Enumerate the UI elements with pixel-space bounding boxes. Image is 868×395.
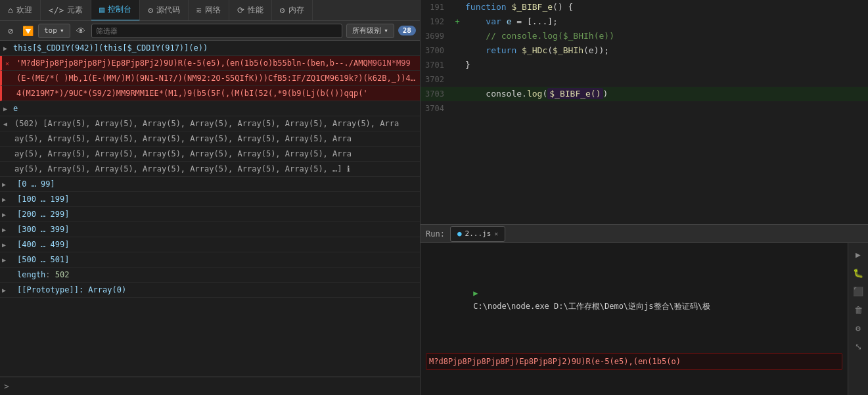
expand-arrow-1[interactable]: ▶ (3, 43, 7, 55)
context-selector[interactable]: top ▾ (38, 24, 70, 38)
welcome-icon: ⌂ (8, 5, 13, 15)
code-line-3703[interactable]: 3703 console.log($_BIBF_e()) (421, 87, 868, 101)
filter-toggle-button[interactable]: 🔽 (21, 24, 34, 37)
tree-key-400-499: [400 … 499] (17, 240, 69, 249)
tab-performance-label: 性能 (248, 5, 263, 16)
expand-prototype[interactable]: ▶ (2, 285, 6, 296)
performance-icon: ⟳ (237, 5, 244, 15)
console-array-line-4: ay(5), Array(5), Array(5), Array(5), Arr… (0, 162, 420, 177)
console-error-text: 'M?d8Pjp8Pjp8Pjp8Pj)Ep8Pjp8Pj2)9U)R(e-5(… (16, 58, 411, 68)
devtools-tab-bar: ⌂ 欢迎 </> 元素 ▤ 控制台 ⚙ 源代码 ≋ 网络 ⟳ 性能 ⚙ 内存 (0, 0, 420, 21)
code-line-192[interactable]: 192 + var e = [...]; (421, 14, 868, 29)
run-debug-button[interactable]: 🐛 (851, 266, 865, 280)
expand-400-499[interactable]: ▶ (2, 239, 6, 251)
tree-key-500-501: [500 … 501] (17, 255, 69, 264)
expand-500-501[interactable]: ▶ (2, 254, 6, 266)
run-tab-bar: Run: ● 2...js ✕ (421, 225, 868, 243)
elements-icon: </> (49, 5, 64, 15)
tab-network-label: 网络 (205, 5, 221, 16)
watch-expressions-button[interactable]: 👁 (74, 24, 87, 37)
run-expand-button[interactable]: ⤡ (851, 339, 865, 354)
tree-item-300-399[interactable]: ▶ [300 … 399] (0, 222, 420, 237)
console-array-line-3: ay(5), Array(5), Array(5), Array(5), Arr… (0, 147, 420, 162)
tab-performance[interactable]: ⟳ 性能 (229, 0, 272, 21)
expand-300-399[interactable]: ▶ (2, 224, 6, 236)
run-play-button[interactable]: ▶ (851, 247, 865, 262)
run-settings-button[interactable]: ⚙ (851, 321, 865, 335)
e-label-text: e (13, 104, 18, 113)
console-error-line-3: 4(M219M7*)/9UC*(S9/2)MM9RMM1EE*(M1,)9(b5… (0, 86, 420, 101)
context-chevron: ▾ (60, 26, 64, 35)
line-content-3703: console.log($_BIBF_e()) (463, 87, 868, 101)
expand-0-99[interactable]: ▶ (2, 179, 6, 191)
network-icon: ≋ (196, 5, 202, 15)
context-label: top (44, 26, 57, 35)
run-tab-close[interactable]: ✕ (494, 230, 498, 237)
expand-100-199[interactable]: ▶ (2, 194, 6, 206)
play-icon: ▶ (473, 289, 478, 298)
expand-200-299[interactable]: ▶ (2, 209, 6, 221)
line-number-3703: 3703 (421, 87, 452, 101)
run-panel: Run: ● 2...js ✕ ▶ C:\node\node.exe D:\工作… (421, 224, 868, 395)
console-icon: ▤ (99, 5, 104, 14)
tab-sources-label: 源代码 (156, 5, 180, 16)
tree-item-0-99[interactable]: ▶ [0 … 99] (0, 177, 420, 192)
code-editor: 191 function $_BIBF_e() { 192 + var e = … (421, 0, 868, 224)
run-trash-button[interactable]: 🗑 (851, 302, 865, 317)
tree-key-length: length: 502 (17, 270, 70, 279)
tree-item-prototype[interactable]: ▶ [[Prototype]]: Array(0) (0, 283, 420, 298)
log-level-filter[interactable]: 所有级别 ▾ (346, 24, 394, 38)
console-error-line-2: (E-(ME/*( )Mb,1(E-(MM/)M)(9N1-N1?/)(NM92… (0, 71, 420, 86)
run-output: ▶ C:\node\node.exe D:\工作存根\Demo\逆向js整合\验… (421, 243, 848, 395)
code-line-3699[interactable]: 3699 // console.log($_BHIh(e)) (421, 29, 868, 43)
code-line-3704[interactable]: 3704 (421, 101, 868, 116)
sources-icon: ⚙ (148, 5, 153, 15)
console-prompt: > (4, 381, 9, 391)
console-line-1[interactable]: ▶ this[$_CDDIY(942)](this[$_CDDIY(917)](… (0, 41, 420, 56)
console-array-preview[interactable]: ◀ (502) [Array(5), Array(5), Array(5), A… (0, 116, 420, 131)
run-output-line-2: M?d8Pjp8Pjp8Pjp8Pj)Ep8Pjp8Pj2)9U)R(e-5(e… (426, 353, 842, 370)
tab-console-label: 控制台 (108, 4, 131, 15)
tree-item-length: length: 502 (0, 267, 420, 283)
message-count-badge: 28 (398, 26, 416, 35)
filter-input[interactable] (91, 24, 343, 38)
line-number-192: 192 (421, 14, 452, 29)
console-error-text-3: 4(M219M7*)/9UC*(S9/2)MM9RMM1EE*(M1,)9(b5… (16, 89, 368, 98)
console-error-line[interactable]: ✕ 'M?d8Pjp8Pjp8Pjp8Pj)Ep8Pjp8Pj2)9U)R(e-… (0, 56, 420, 71)
console-input[interactable] (13, 382, 416, 391)
memory-icon: ⚙ (280, 5, 285, 15)
tree-item-500-501[interactable]: ▶ [500 … 501] (0, 252, 420, 267)
tab-welcome[interactable]: ⌂ 欢迎 (0, 0, 41, 21)
tab-memory-label: 内存 (288, 5, 304, 16)
tab-network[interactable]: ≋ 网络 (189, 0, 229, 21)
run-stop-button[interactable]: ⬛ (851, 284, 865, 298)
line-number-3699: 3699 (421, 29, 452, 43)
tab-sources[interactable]: ⚙ 源代码 (140, 0, 189, 21)
tree-item-200-299[interactable]: ▶ [200 … 299] (0, 207, 420, 222)
tab-elements[interactable]: </> 元素 (41, 0, 91, 21)
console-output: ▶ this[$_CDDIY(942)](this[$_CDDIY(917)](… (0, 41, 420, 377)
array-line-2-text: ay(5), Array(5), Array(5), Array(5), Arr… (14, 134, 352, 143)
code-line-3702[interactable]: 3702 (421, 72, 868, 87)
clear-console-button[interactable]: ⊘ (4, 24, 17, 37)
code-line-191[interactable]: 191 function $_BIBF_e() { (421, 0, 868, 14)
code-line-3701[interactable]: 3701 } (421, 58, 868, 72)
tab-console[interactable]: ▤ 控制台 (91, 0, 140, 21)
line-content-191: function $_BIBF_e() { (463, 0, 868, 14)
e-arrow[interactable]: ▶ (3, 103, 7, 115)
console-e-label[interactable]: ▶ e (0, 101, 420, 116)
line-content-3700: return $_HDc($_BHIh(e)); (463, 43, 868, 58)
tree-item-400-499[interactable]: ▶ [400 … 499] (0, 237, 420, 252)
tab-welcome-label: 欢迎 (16, 5, 32, 16)
array-preview-text: (502) [Array(5), Array(5), Array(5), Arr… (14, 119, 399, 128)
code-lines: 191 function $_BIBF_e() { 192 + var e = … (421, 0, 868, 224)
tree-key-prototype: [[Prototype]]: Array(0) (17, 285, 126, 294)
line-content-192: var e = [...]; (463, 14, 868, 29)
line-content-3699: // console.log($_BHIh(e)) (463, 29, 868, 43)
code-line-3700[interactable]: 3700 return $_HDc($_BHIh(e)); (421, 43, 868, 58)
console-input-bar: > (0, 377, 420, 395)
run-tab-js[interactable]: ● 2...js ✕ (450, 226, 505, 242)
tree-item-100-199[interactable]: ▶ [100 … 199] (0, 192, 420, 207)
run-panel-inner: ▶ C:\node\node.exe D:\工作存根\Demo\逆向js整合\验… (421, 243, 868, 395)
tab-memory[interactable]: ⚙ 内存 (272, 0, 313, 21)
